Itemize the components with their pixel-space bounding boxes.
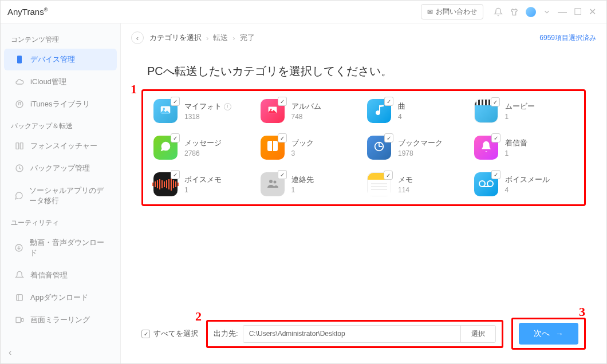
- category-notes[interactable]: ✓メモ114: [367, 172, 467, 196]
- category-voicememo[interactable]: ✓ボイスメモ1: [153, 172, 254, 196]
- category-count: 1: [505, 149, 527, 157]
- check-icon: ✓: [171, 133, 180, 143]
- output-path-input[interactable]: [243, 326, 460, 342]
- check-icon: ✓: [171, 97, 180, 106]
- check-icon: ✓: [491, 97, 500, 106]
- category-books[interactable]: ✓ブック3: [261, 136, 361, 160]
- sidebar-item-screenmirror[interactable]: 画面ミラーリング: [4, 309, 117, 331]
- sidebar-item-label: Appダウンロード: [30, 292, 88, 303]
- avatar[interactable]: [526, 7, 536, 17]
- check-icon: ✓: [141, 330, 150, 338]
- category-photos[interactable]: ✓マイフォト !1318: [153, 99, 254, 123]
- category-label: ムービー: [505, 101, 535, 112]
- page-heading: PCへ転送したいカテゴリを選択してください。: [141, 64, 586, 79]
- category-count: 2786: [184, 149, 222, 157]
- bell-icon[interactable]: [494, 7, 503, 17]
- sidebar-item-label: 動画・音声ダウンロード: [30, 238, 107, 258]
- sidebar-item-appdownload[interactable]: Appダウンロード: [4, 287, 117, 308]
- category-count: 4: [398, 113, 405, 121]
- check-icon: ✓: [491, 170, 500, 179]
- category-voicemail[interactable]: ✓ボイスメール4: [474, 172, 574, 196]
- svg-rect-0: [17, 56, 22, 63]
- category-messages[interactable]: ✓メッセージ2786: [153, 136, 254, 160]
- sidebar-item-itunes[interactable]: iTunesライブラリ: [4, 93, 117, 115]
- download-icon: [14, 243, 24, 253]
- next-label: 次へ: [534, 329, 550, 339]
- category-label: メッセージ: [184, 138, 222, 148]
- category-count: 1978: [398, 149, 443, 157]
- svg-rect-9: [16, 317, 21, 322]
- annotation-1: 1: [131, 82, 137, 97]
- sidebar: コンテンツ管理 デバイス管理 iCloud管理 iTunesライブラリ バックア…: [1, 23, 121, 363]
- check-icon: ✓: [384, 133, 393, 143]
- sidebar-section-content: コンテンツ管理: [1, 29, 120, 48]
- select-all-checkbox[interactable]: ✓ すべてを選択: [141, 329, 198, 339]
- svg-point-21: [487, 181, 493, 187]
- close-icon[interactable]: ✕: [589, 6, 596, 17]
- category-grid-box: 1 ✓マイフォト !1318✓アルバム748✓曲4✓ムービー1✓メッセージ278…: [141, 89, 586, 206]
- check-icon: ✓: [278, 97, 287, 106]
- category-label: ボイスメール: [505, 175, 550, 185]
- sidebar-item-device[interactable]: デバイス管理: [4, 49, 117, 70]
- category-count: 4: [505, 186, 550, 194]
- check-icon: ✓: [278, 170, 287, 179]
- output-label: 出力先:: [214, 329, 238, 339]
- sidebar-item-backupmgr[interactable]: バックアップ管理: [4, 157, 117, 179]
- svg-rect-2: [16, 143, 19, 149]
- sidebar-item-mediadownload[interactable]: 動画・音声ダウンロード: [4, 232, 117, 264]
- browse-button[interactable]: 選択: [460, 326, 495, 342]
- category-label: メモ: [398, 175, 413, 185]
- maximize-icon[interactable]: ☐: [574, 6, 582, 17]
- history-icon: [14, 163, 25, 173]
- contact-button[interactable]: ✉ お問い合わせ: [421, 4, 483, 19]
- chat-icon: [14, 191, 23, 201]
- check-icon: ✓: [384, 171, 393, 180]
- check-icon: ✓: [491, 133, 500, 143]
- sidebar-collapse-button[interactable]: ‹: [9, 347, 11, 358]
- sidebar-item-socialapp[interactable]: ソーシャルアプリのデータ移行: [4, 180, 117, 212]
- sidebar-section-utility: ユーティリティ: [1, 212, 120, 231]
- minimize-icon[interactable]: —: [558, 7, 567, 17]
- music-note-icon: [14, 99, 25, 109]
- sidebar-item-label: 着信音管理: [30, 270, 68, 280]
- photos-icon: ✓: [153, 99, 178, 123]
- category-label: ボイスメモ: [184, 175, 222, 185]
- mirror-icon: [14, 315, 25, 325]
- breadcrumb-step1[interactable]: カテゴリを選択: [149, 33, 202, 43]
- sidebar-item-label: バックアップ管理: [30, 163, 90, 173]
- info-icon[interactable]: !: [224, 103, 231, 110]
- bell-icon: [14, 270, 25, 280]
- check-icon: ✓: [278, 133, 287, 143]
- annotation-2: 2: [195, 309, 202, 324]
- breadcrumb: ‹ カテゴリを選択 › 転送 › 完了 6959項目選択済み: [121, 23, 606, 52]
- category-label: 連絡先: [291, 175, 314, 185]
- tshirt-icon[interactable]: [510, 7, 519, 17]
- next-button[interactable]: 次へ →: [519, 323, 578, 345]
- category-albums[interactable]: ✓アルバム748: [261, 99, 361, 123]
- sidebar-item-icloud[interactable]: iCloud管理: [4, 71, 117, 93]
- back-button[interactable]: ‹: [131, 31, 144, 44]
- books-icon: ✓: [261, 136, 285, 160]
- contact-label: お問い合わせ: [436, 7, 477, 17]
- svg-point-12: [163, 108, 165, 110]
- main-panel: ‹ カテゴリを選択 › 転送 › 完了 6959項目選択済み PCへ転送したいカ…: [121, 23, 606, 363]
- category-ringtones[interactable]: ✓着信音1: [474, 136, 574, 160]
- messages-icon: ✓: [153, 136, 178, 160]
- footer-bar: ✓ すべてを選択 2 出力先: 選択 3 次へ →: [121, 307, 606, 363]
- category-music[interactable]: ✓曲4: [367, 99, 467, 123]
- category-bookmarks[interactable]: ✓ブックマーク1978: [367, 136, 467, 160]
- check-icon: ✓: [171, 170, 180, 179]
- category-count: 1: [505, 113, 535, 121]
- svg-point-1: [16, 101, 23, 108]
- music-icon: ✓: [367, 99, 391, 123]
- category-contacts[interactable]: ✓連絡先1: [261, 172, 361, 196]
- sidebar-item-phoneswitch[interactable]: フォンスイッチャー: [4, 135, 117, 157]
- breadcrumb-step3: 完了: [240, 33, 255, 43]
- cloud-icon: [14, 77, 25, 87]
- sidebar-item-ringtonemgr[interactable]: 着信音管理: [4, 264, 117, 286]
- category-label: 着信音: [505, 138, 527, 148]
- category-movies[interactable]: ✓ムービー1: [474, 99, 574, 123]
- select-all-label: すべてを選択: [153, 329, 198, 339]
- chevron-down-icon[interactable]: [543, 8, 551, 16]
- svg-rect-10: [21, 318, 23, 321]
